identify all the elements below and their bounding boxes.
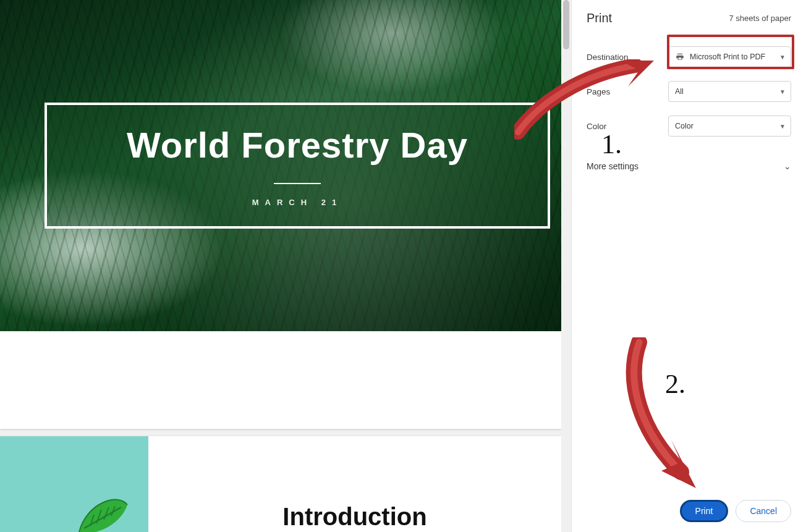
scrollbar-thumb[interactable] — [563, 0, 569, 49]
chevron-down-icon: ▼ — [779, 54, 786, 61]
leaf-icon — [75, 496, 129, 532]
chevron-down-icon: ⌄ — [784, 161, 791, 171]
print-button-label: Print — [695, 506, 713, 516]
more-settings-toggle[interactable]: More settings ⌄ — [587, 159, 791, 174]
preview-page-1: World Forestry Day MARCH 21 — [0, 0, 561, 429]
hero-divider — [274, 183, 321, 184]
print-panel: Print 7 sheets of paper Destination Micr… — [571, 0, 806, 532]
pages-select[interactable]: All ▼ — [668, 81, 791, 102]
more-settings-label: More settings — [587, 161, 638, 171]
hero-title: World Forestry Day — [127, 124, 468, 166]
print-preview-pane: World Forestry Day MARCH 21 — [0, 0, 571, 532]
cancel-button-label: Cancel — [750, 506, 777, 516]
annotation-number-1: 1. — [601, 129, 622, 160]
destination-select[interactable]: Microsoft Print to PDF ▼ — [668, 46, 791, 67]
destination-value: Microsoft Print to PDF — [690, 53, 765, 61]
preview-scrollbar[interactable] — [561, 0, 571, 532]
preview-page-2: Introduction — [0, 436, 561, 532]
annotation-number-2: 2. — [665, 368, 685, 400]
print-button[interactable]: Print — [680, 500, 729, 522]
printer-icon — [675, 53, 685, 61]
destination-label: Destination — [587, 53, 668, 62]
intro-title: Introduction — [282, 503, 426, 531]
hero-date: MARCH 21 — [252, 198, 342, 207]
pages-value: All — [675, 87, 684, 96]
color-value: Color — [675, 122, 694, 130]
panel-title: Print — [587, 11, 612, 25]
chevron-down-icon: ▼ — [779, 123, 786, 130]
sheet-count: 7 sheets of paper — [729, 14, 791, 23]
cancel-button[interactable]: Cancel — [736, 500, 791, 522]
color-select[interactable]: Color ▼ — [668, 116, 791, 137]
color-label: Color — [587, 122, 668, 131]
pages-label: Pages — [587, 87, 668, 96]
chevron-down-icon: ▼ — [779, 88, 786, 95]
